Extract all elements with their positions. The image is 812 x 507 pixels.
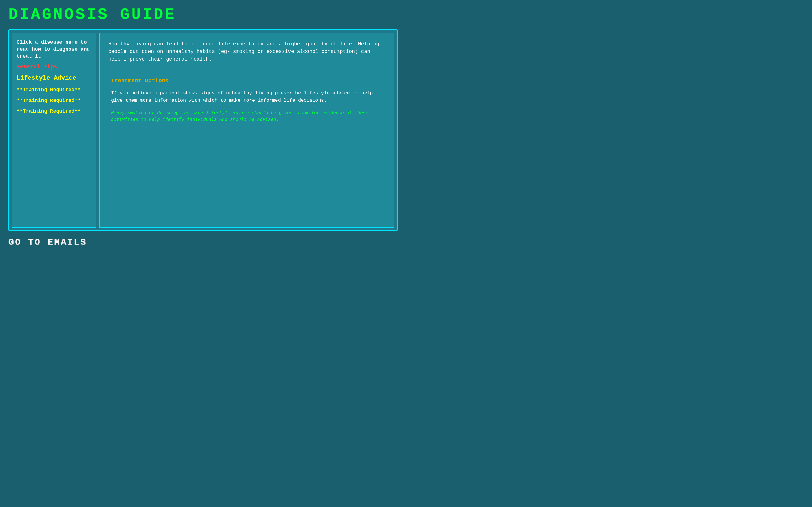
main-content: Click a disease name to read how to diag… [8, 29, 398, 231]
right-panel: Healthy living can lead to a longer life… [99, 33, 394, 228]
nav-item-lifestyle-advice[interactable]: Lifestyle Advice [17, 73, 92, 83]
footer: GO TO EMAILS [8, 234, 398, 251]
treatment-title: Treatment Options [108, 77, 385, 84]
page-wrapper: DIAGNOSIS GUIDE Click a disease name to … [0, 0, 406, 253]
general-tips-link[interactable]: General Tips [17, 64, 92, 70]
treatment-section: Treatment Options [108, 77, 385, 84]
header: DIAGNOSIS GUIDE [8, 6, 398, 24]
treatment-text: If you believe a patient shows signs of … [108, 90, 385, 104]
nav-item-training-1[interactable]: **Training Required** [17, 86, 92, 94]
section-divider [108, 70, 385, 70]
nav-item-training-3[interactable]: **Training Required** [17, 108, 92, 115]
intro-text: Click a disease name to read how to diag… [17, 39, 92, 60]
nav-item-training-2[interactable]: **Training Required** [17, 97, 92, 104]
go-to-emails-button[interactable]: GO TO EMAILS [8, 237, 87, 247]
page-title: DIAGNOSIS GUIDE [8, 6, 398, 24]
left-panel: Click a disease name to read how to diag… [12, 33, 96, 228]
highlight-text: Heavy smoking or drinking indicate lifes… [108, 110, 385, 123]
description-text: Healthy living can lead to a longer life… [108, 40, 385, 63]
